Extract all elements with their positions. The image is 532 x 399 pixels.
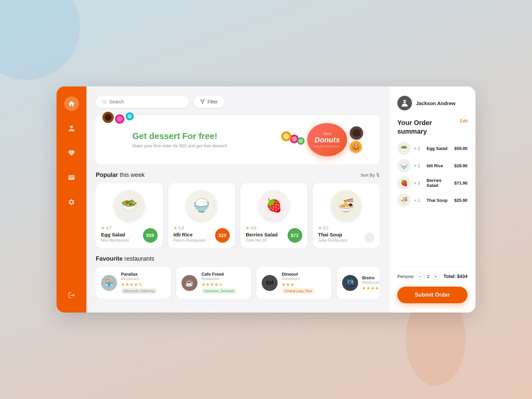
food-image-berries-salad: 🍓 <box>259 190 289 220</box>
persons-label: Persons: <box>397 274 414 279</box>
food-image-egg-salad: 🥗 <box>114 190 144 220</box>
avatar <box>397 96 412 110</box>
order-item-egg-salad: 🥗 × 2 Egg Salad $59.00 <box>397 142 467 155</box>
fav-info-dineout: Dineout Restaurant ★★★ Central Lima, Per… <box>282 272 326 294</box>
food-price[interactable]: $29 <box>215 228 230 243</box>
favourites-title: Favourite restaurants <box>96 255 154 262</box>
order-item-name: Egg Salad <box>427 146 451 151</box>
food-card-thai-soup[interactable]: 🍜 ★ 3.7 Thai Soup Jade Restaurant <box>313 183 380 248</box>
order-item-qty: × 3 <box>414 181 423 186</box>
popular-header: Popular this week Sort By ⇅ <box>96 172 380 179</box>
fav-image-bistro: 🌃 <box>342 275 358 291</box>
order-item-price: $59.00 <box>454 146 467 151</box>
banner-subtext: Make your first order for $50 and get fr… <box>132 143 227 148</box>
order-total: Total: $434 <box>444 274 467 279</box>
top-bar: Filter <box>96 96 380 108</box>
order-item-qty: × 1 <box>414 198 423 203</box>
banner-headline: Get dessert For free! <box>132 131 227 141</box>
divider <box>397 267 467 267</box>
order-item-name: Thai Soup <box>427 198 451 203</box>
favourites-section: Favourite restaurants 🏪 Parallax Restaur… <box>96 255 380 299</box>
order-item-thai-soup: 🍜 × 1 Thai Soup $25.90 <box>397 194 467 207</box>
banner-logo: Tasty Donuts FRESH PRODUCT <box>307 123 347 156</box>
order-item-image: 🍚 <box>397 159 411 172</box>
svg-rect-3 <box>405 101 406 102</box>
fav-location: Mammoth, California <box>121 288 157 294</box>
fav-cards: 🏪 Parallax Restaurant ★★★★½ Mammoth, Cal… <box>96 267 380 299</box>
order-item-price: $25.90 <box>454 198 467 203</box>
sidebar-item-home[interactable] <box>64 96 79 111</box>
persons-count: 2 <box>427 274 429 279</box>
sidebar-item-logout[interactable] <box>64 288 79 303</box>
sidebar-item-settings[interactable] <box>64 195 79 209</box>
order-item-name: Berries Salad <box>427 178 451 188</box>
order-item-qty: × 1 <box>414 163 423 168</box>
order-item-price: $28.90 <box>454 163 467 168</box>
svg-rect-2 <box>403 101 404 102</box>
fav-card-parallax[interactable]: 🏪 Parallax Restaurant ★★★★½ Mammoth, Cal… <box>96 267 171 299</box>
fav-card-bistro[interactable]: 🌃 Bistro Restaurant ★★★★ <box>337 267 380 299</box>
popular-title: Popular this week <box>96 172 145 179</box>
filter-button[interactable]: Filter <box>194 96 224 108</box>
order-item-price: $71.90 <box>454 181 467 186</box>
food-price[interactable]: $59 <box>143 228 158 243</box>
main-content: Filter Get dessert For free! Make your f… <box>86 86 389 313</box>
order-title: Your Order summary <box>397 118 432 136</box>
sidebar <box>57 86 86 313</box>
persons-control: Persons: − 2 + <box>397 273 440 280</box>
order-item-name: Idli Rice <box>427 163 451 168</box>
food-card-egg-salad[interactable]: 🥗 ★ 4.7 Egg Salad Mivi Restaurant $59 <box>96 183 163 248</box>
edit-button[interactable]: Edit <box>460 118 467 123</box>
fav-info-parallax: Parallax Restaurant ★★★★½ Mammoth, Calif… <box>121 272 166 294</box>
food-price-hidden <box>364 233 374 243</box>
fav-card-cafe-freed[interactable]: ☕ Cafe Freed Restaurant ★★★★½ Garanium, … <box>176 267 251 299</box>
favourites-header: Favourite restaurants <box>96 255 380 262</box>
order-item-image: 🥗 <box>397 142 411 155</box>
fav-image-dineout: 🍽 <box>262 275 278 291</box>
order-item-berries-salad: 🍓 × 3 Berries Salad $71.90 <box>397 176 467 190</box>
fav-info-bistro: Bistro Restaurant ★★★★ <box>362 275 374 291</box>
search-input[interactable] <box>109 99 183 104</box>
submit-order-button[interactable]: Submit Order <box>397 287 467 303</box>
order-item-qty: × 2 <box>414 146 423 151</box>
fav-image-cafe-freed: ☕ <box>182 275 198 291</box>
sidebar-item-messages[interactable] <box>64 170 79 185</box>
filter-icon <box>200 99 205 104</box>
filter-label: Filter <box>207 99 218 104</box>
sidebar-item-favourites[interactable] <box>64 146 79 160</box>
username: Jackson Andrew <box>416 100 456 106</box>
order-header: Your Order summary Edit <box>397 118 467 136</box>
food-price[interactable]: $72 <box>288 228 302 243</box>
sidebar-item-profile[interactable] <box>64 121 79 136</box>
order-item-idli-rice: 🍚 × 1 Idli Rice $28.90 <box>397 159 467 172</box>
food-image-thai-soup: 🍜 <box>331 190 361 220</box>
user-header: Jackson Andrew <box>397 96 467 110</box>
fav-location: Central Lima, Peru <box>282 288 315 294</box>
order-item-image: 🍓 <box>397 176 411 190</box>
food-image-idli-rice: 🍚 <box>187 190 216 220</box>
food-cards: 🥗 ★ 4.7 Egg Salad Mivi Restaurant $59 🍚 <box>96 183 380 248</box>
banner-text: Get dessert For free! Make your first or… <box>132 131 227 148</box>
fav-location: Garanium, Denmark <box>201 288 237 294</box>
food-rating: ★ 3.7 <box>318 226 375 230</box>
food-card-berries-salad[interactable]: 🍓 ★ 4.0 Berries Salad Cafe NH 10 $72 <box>240 183 308 248</box>
persons-minus-button[interactable]: − <box>417 273 424 280</box>
sort-button[interactable]: Sort By ⇅ <box>360 173 380 178</box>
right-panel: Jackson Andrew Your Order summary Edit 🥗… <box>389 86 475 313</box>
fav-info-cafe-freed: Cafe Freed Restaurant ★★★★½ Garanium, De… <box>201 272 246 294</box>
order-footer: Persons: − 2 + Total: $434 <box>397 273 467 280</box>
persons-plus-button[interactable]: + <box>432 273 440 280</box>
svg-marker-0 <box>200 100 204 104</box>
order-item-image: 🍜 <box>397 194 411 207</box>
search-box[interactable] <box>96 96 189 108</box>
search-icon <box>102 99 107 104</box>
promo-banner: Get dessert For free! Make your first or… <box>96 115 380 164</box>
food-card-idli-rice[interactable]: 🍚 ★ 5.0 Idli Rice Peters Restaurant $29 <box>168 183 235 248</box>
order-items: 🥗 × 2 Egg Salad $59.00 🍚 × 1 Idli Rice $… <box>397 142 467 262</box>
popular-section: Popular this week Sort By ⇅ 🥗 ★ 4.7 <box>96 172 380 248</box>
fav-card-dineout[interactable]: 🍽 Dineout Restaurant ★★★ Central Lima, P… <box>256 267 332 299</box>
fav-image-parallax: 🏪 <box>101 275 117 291</box>
